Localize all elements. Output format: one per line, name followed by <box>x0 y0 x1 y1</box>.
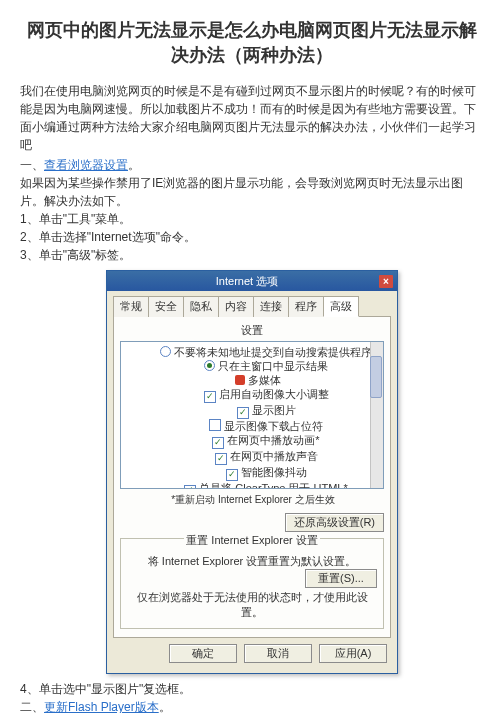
reset-line1: 将 Internet Explorer 设置重置为默认设置。 <box>148 555 356 567</box>
tree-item: 启用自动图像大小调整 <box>219 388 329 400</box>
checkbox-icon[interactable]: ✓ <box>212 437 224 449</box>
cancel-button[interactable]: 取消 <box>244 644 312 663</box>
tab-programs[interactable]: 程序 <box>288 296 324 317</box>
section1-step1: 1、单击"工具"菜单。 <box>20 210 484 228</box>
section1-step2: 2、单击选择"Internet选项"命令。 <box>20 228 484 246</box>
section2-link[interactable]: 更新Flash Player版本 <box>44 700 159 713</box>
tab-security[interactable]: 安全 <box>148 296 184 317</box>
close-icon[interactable]: × <box>379 275 393 288</box>
ie-tabstrip: 常规 安全 隐私 内容 连接 程序 高级 <box>113 295 391 317</box>
ie-dialog-title: Internet 选项 <box>111 274 379 289</box>
section2-number: 二、 <box>20 700 44 713</box>
settings-tree[interactable]: 不要将未知地址提交到自动搜索提供程序 只在主窗口中显示结果 多媒体 ✓启用自动图… <box>120 341 384 489</box>
checkbox-show-image[interactable]: ✓ <box>237 407 249 419</box>
tab-content[interactable]: 内容 <box>218 296 254 317</box>
scroll-thumb[interactable] <box>370 356 382 398</box>
settings-label: 设置 <box>120 323 384 338</box>
ok-button[interactable]: 确定 <box>169 644 237 663</box>
tree-item: 在网页中播放动画* <box>227 434 319 446</box>
tree-item: 总是将 ClearType 用于 HTML* <box>199 482 348 489</box>
section2-tail: 。 <box>159 700 171 713</box>
category-icon <box>235 375 245 385</box>
tab-general[interactable]: 常规 <box>113 296 149 317</box>
restore-advanced-button[interactable]: 还原高级设置(R) <box>285 513 384 532</box>
section1-link[interactable]: 查看浏览器设置 <box>44 158 128 172</box>
tree-item: 在网页中播放声音 <box>230 450 318 462</box>
checkbox-icon[interactable]: ✓ <box>226 469 238 481</box>
tab-connect[interactable]: 连接 <box>253 296 289 317</box>
section1-step4: 4、单击选中"显示图片"复选框。 <box>20 680 484 698</box>
restart-hint: *重新启动 Internet Explorer 之后生效 <box>122 493 384 507</box>
tab-advanced[interactable]: 高级 <box>323 296 359 317</box>
reset-legend: 重置 Internet Explorer 设置 <box>184 533 319 548</box>
tree-item: 显示图片 <box>252 404 296 416</box>
checkbox-icon[interactable]: ✓ <box>204 391 216 403</box>
tree-category: 多媒体 <box>248 374 281 386</box>
section1-tail: 。 <box>128 158 140 172</box>
page-title: 网页中的图片无法显示是怎么办电脑网页图片无法显示解决办法（两种办法） <box>20 18 484 68</box>
scrollbar[interactable] <box>370 342 383 488</box>
tab-privacy[interactable]: 隐私 <box>183 296 219 317</box>
reset-line2: 仅在浏览器处于无法使用的状态时，才使用此设置。 <box>127 590 377 620</box>
section1-number: 一、 <box>20 158 44 172</box>
tree-item: 不要将未知地址提交到自动搜索提供程序 <box>174 346 372 358</box>
tree-item: 只在主窗口中显示结果 <box>218 360 328 372</box>
checkbox-icon[interactable]: ✓ <box>215 453 227 465</box>
section1-step3: 3、单击"高级"标签。 <box>20 246 484 264</box>
reset-button[interactable]: 重置(S)... <box>305 569 377 588</box>
apply-button[interactable]: 应用(A) <box>319 644 387 663</box>
section1-desc: 如果因为某些操作禁用了IE浏览器的图片显示功能，会导致浏览网页时无法显示出图片。… <box>20 174 484 210</box>
checkbox-icon[interactable]: ✓ <box>184 485 196 489</box>
intro-paragraph: 我们在使用电脑浏览网页的时候是不是有碰到过网页不显示图片的时候呢？有的时候可能是… <box>20 82 484 154</box>
tree-item: 显示图像下载占位符 <box>224 420 323 432</box>
radio-icon[interactable] <box>204 360 215 371</box>
tree-item: 智能图像抖动 <box>241 466 307 478</box>
radio-icon[interactable] <box>160 346 171 357</box>
checkbox-icon[interactable] <box>209 419 221 431</box>
ie-options-dialog: Internet 选项 × 常规 安全 隐私 内容 连接 程序 高级 设置 不要… <box>106 270 398 674</box>
